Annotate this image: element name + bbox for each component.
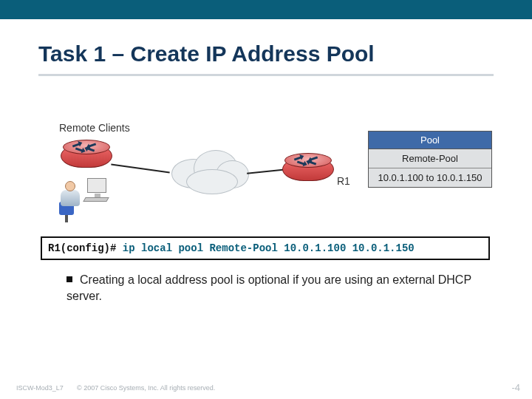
network-diagram: Remote Clients R1 Pool Remote-Pool 10.0.… (38, 122, 494, 240)
router-r1-label: R1 (337, 175, 350, 187)
bullet-text: Creating a local address pool is optiona… (66, 273, 471, 302)
cli-command: ip local pool Remote-Pool 10.0.1.100 10.… (123, 242, 415, 254)
cli-command-box: R1(config)# ip local pool Remote-Pool 10… (41, 236, 490, 260)
pool-header: Pool (369, 132, 491, 149)
link-left (111, 163, 169, 173)
title-underline (38, 74, 494, 76)
slide-title: Task 1 – Create IP Address Pool (38, 41, 375, 66)
footer-page-number: -4 (511, 382, 520, 393)
bullet-item: Creating a local address pool is optiona… (66, 272, 480, 304)
link-right (247, 168, 287, 174)
router-r1-icon (282, 153, 334, 185)
pool-info-box: Pool Remote-Pool 10.0.1.100 to 10.0.1.15… (368, 131, 492, 188)
cloud-icon (164, 144, 253, 196)
pool-range: 10.0.1.100 to 10.0.1.150 (369, 168, 491, 187)
title-bar (0, 0, 532, 19)
bullet-square-icon (66, 276, 72, 282)
slide: Task 1 – Create IP Address Pool Remote C… (0, 0, 532, 399)
remote-clients-label: Remote Clients (59, 122, 130, 134)
footer-copyright: © 2007 Cisco Systems, Inc. All rights re… (77, 384, 215, 392)
footer: ISCW-Mod3_L7 © 2007 Cisco Systems, Inc. … (0, 383, 532, 399)
footer-course-code: ISCW-Mod3_L7 (16, 384, 64, 392)
cli-prompt: R1(config)# (48, 242, 116, 254)
router-remote-icon (61, 140, 112, 172)
pool-name: Remote-Pool (369, 149, 491, 168)
remote-user-icon (59, 175, 111, 219)
